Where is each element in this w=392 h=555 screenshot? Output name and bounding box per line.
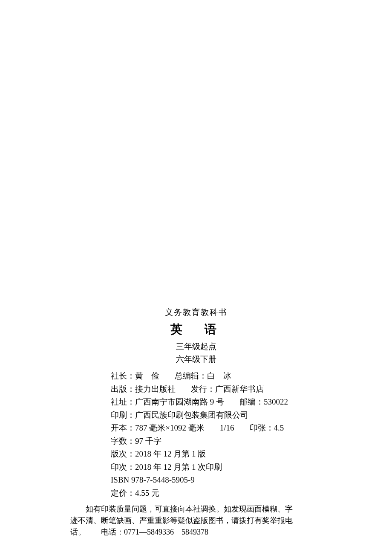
words-value: 97 千字 bbox=[135, 436, 161, 445]
edition-value: 2018 年 12 月第 1 版 bbox=[135, 449, 206, 458]
distributor-label: 发行： bbox=[191, 384, 215, 393]
notice-line3: 话。电话：0771—5849336 5849378 bbox=[70, 526, 322, 538]
printer-value: 广西民族印刷包装集团有限公司 bbox=[135, 410, 248, 419]
price-row: 定价：4.55 元 bbox=[111, 487, 324, 500]
phone-value: 0771—5849336 5849378 bbox=[124, 528, 208, 536]
sheets-value: 4.5 bbox=[274, 423, 284, 432]
editor-name: 白 冰 bbox=[207, 371, 231, 380]
edition-label: 版次： bbox=[111, 449, 135, 458]
address-label: 社址： bbox=[111, 397, 135, 406]
format-value: 787 毫米×1092 毫米 bbox=[135, 423, 205, 432]
publisher-name: 接力出版社 bbox=[135, 384, 176, 393]
price-value: 4.55 元 bbox=[135, 489, 159, 497]
series-title: 义务教育教科书 bbox=[68, 307, 324, 318]
editor-label: 总编辑： bbox=[175, 371, 207, 380]
postcode-label: 邮编： bbox=[239, 397, 264, 406]
notice-line1: 如有印装质量问题，可直接向本社调换。如发现画面模糊、字 bbox=[70, 503, 322, 515]
words-label: 字数： bbox=[111, 436, 135, 445]
publication-details: 社长：黄 俭总编辑：白 冰 出版：接力出版社发行：广西新华书店 社址：广西南宁市… bbox=[68, 370, 324, 499]
format-label: 开本： bbox=[111, 423, 135, 432]
printer-label: 印刷： bbox=[111, 410, 135, 419]
edition-row: 版次：2018 年 12 月第 1 版 bbox=[111, 448, 324, 460]
printer-row: 印刷：广西民族印刷包装集团有限公司 bbox=[111, 409, 324, 422]
postcode-value: 530022 bbox=[264, 397, 288, 406]
phone-label: 电话： bbox=[101, 528, 124, 536]
notice-section: 如有印装质量问题，可直接向本社调换。如发现画面模糊、字 迹不清、断笔缺画、严重重… bbox=[68, 503, 324, 538]
director-name: 黄 俭 bbox=[135, 371, 159, 380]
address-value: 广西南宁市园湖南路 9 号 bbox=[135, 397, 224, 406]
director-label: 社长： bbox=[111, 371, 135, 380]
words-row: 字数：97 千字 bbox=[111, 435, 324, 448]
publisher-label: 出版： bbox=[111, 384, 135, 393]
subtitle-start: 三年级起点 bbox=[68, 341, 324, 352]
impression-value: 2018 年 12 月第 1 次印刷 bbox=[135, 462, 222, 471]
isbn-row: ISBN 978-7-5448-5905-9 bbox=[111, 474, 324, 486]
notice-line2: 迹不清、断笔缺画、严重重影等疑似盗版图书，请拨打有奖举报电 bbox=[70, 515, 322, 526]
sheets-label: 印张： bbox=[250, 423, 274, 432]
isbn-value: ISBN 978-7-5448-5905-9 bbox=[111, 475, 195, 484]
format-row: 开本：787 毫米×1092 毫米1/16印张：4.5 bbox=[111, 422, 324, 434]
header-section: 义务教育教科书 英 语 三年级起点 六年级下册 bbox=[68, 307, 324, 365]
book-title: 英 语 bbox=[68, 321, 324, 338]
distributor-name: 广西新华书店 bbox=[215, 384, 264, 393]
address-row: 社址：广西南宁市园湖南路 9 号邮编：530022 bbox=[111, 396, 324, 408]
publisher-row: 出版：接力出版社发行：广西新华书店 bbox=[111, 383, 324, 396]
notice-line3-prefix: 话。 bbox=[70, 528, 86, 536]
impression-row: 印次：2018 年 12 月第 1 次印刷 bbox=[111, 461, 324, 474]
price-label: 定价： bbox=[111, 489, 135, 497]
colophon-page: 义务教育教科书 英 语 三年级起点 六年级下册 社长：黄 俭总编辑：白 冰 出版… bbox=[0, 307, 392, 538]
format-ratio: 1/16 bbox=[220, 423, 234, 432]
director-row: 社长：黄 俭总编辑：白 冰 bbox=[111, 370, 324, 382]
subtitle-volume: 六年级下册 bbox=[68, 354, 324, 365]
impression-label: 印次： bbox=[111, 462, 135, 471]
